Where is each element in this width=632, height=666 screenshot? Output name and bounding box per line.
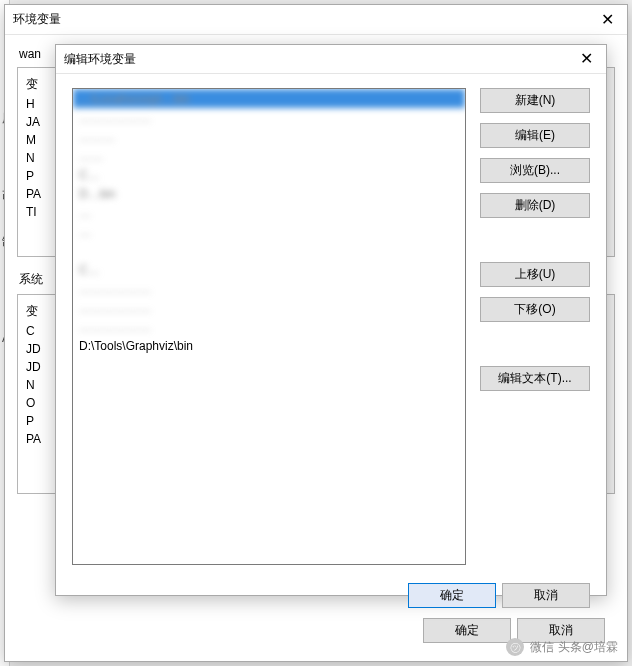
new-button[interactable]: 新建(N) — [480, 88, 590, 113]
path-item[interactable]: ……………… — [73, 298, 465, 317]
path-item-blank[interactable] — [73, 431, 465, 450]
path-item-blank[interactable] — [73, 488, 465, 507]
path-item[interactable]: … — [73, 203, 465, 222]
path-item[interactable]: C… — [73, 260, 465, 279]
outer-title: 环境变量 — [13, 11, 587, 28]
path-item-blank[interactable] — [73, 469, 465, 488]
edit-text-button[interactable]: 编辑文本(T)... — [480, 366, 590, 391]
move-down-button[interactable]: 下移(O) — [480, 297, 590, 322]
path-item[interactable] — [73, 241, 465, 260]
inner-ok-button[interactable]: 确定 — [408, 583, 496, 608]
path-item-blank[interactable] — [73, 393, 465, 412]
path-item-blank[interactable] — [73, 526, 465, 545]
path-item-blank[interactable] — [73, 507, 465, 526]
path-item-blank[interactable] — [73, 412, 465, 431]
inner-titlebar[interactable]: 编辑环境变量 ✕ — [56, 45, 606, 74]
path-item[interactable]: …… — [73, 146, 465, 165]
inner-title: 编辑环境变量 — [64, 51, 566, 68]
close-icon[interactable]: ✕ — [587, 6, 627, 34]
path-item[interactable]: ……………… — [73, 317, 465, 336]
path-item-blank[interactable] — [73, 374, 465, 393]
path-item[interactable]: D…bin — [73, 184, 465, 203]
path-item[interactable]: C… — [73, 165, 465, 184]
path-item[interactable]: … — [73, 222, 465, 241]
side-buttons: 新建(N) 编辑(E) 浏览(B)... 删除(D) 上移(U) 下移(O) 编… — [480, 88, 590, 565]
path-item-blank[interactable] — [73, 450, 465, 469]
delete-button[interactable]: 删除(D) — [480, 193, 590, 218]
path-item[interactable]: D:\Tools\Graphviz\bin — [73, 336, 465, 355]
path-item[interactable]: ……… — [73, 127, 465, 146]
inner-cancel-button[interactable]: 取消 — [502, 583, 590, 608]
path-item[interactable]: ……………… — [73, 108, 465, 127]
path-item[interactable]: ……………… — [73, 279, 465, 298]
path-item-blank[interactable] — [73, 355, 465, 374]
outer-titlebar[interactable]: 环境变量 ✕ — [5, 5, 627, 35]
browse-button[interactable]: 浏览(B)... — [480, 158, 590, 183]
path-item-blank[interactable] — [73, 545, 465, 564]
path-values-list[interactable]: …\Local\scoop\…bin……………………………C…D…bin……C…… — [72, 88, 466, 565]
path-item[interactable]: …\Local\scoop\…bin — [73, 89, 465, 108]
move-up-button[interactable]: 上移(U) — [480, 262, 590, 287]
edit-env-var-dialog: 编辑环境变量 ✕ …\Local\scoop\…bin……………………………C…… — [55, 44, 607, 596]
edit-button[interactable]: 编辑(E) — [480, 123, 590, 148]
close-icon[interactable]: ✕ — [566, 45, 606, 73]
